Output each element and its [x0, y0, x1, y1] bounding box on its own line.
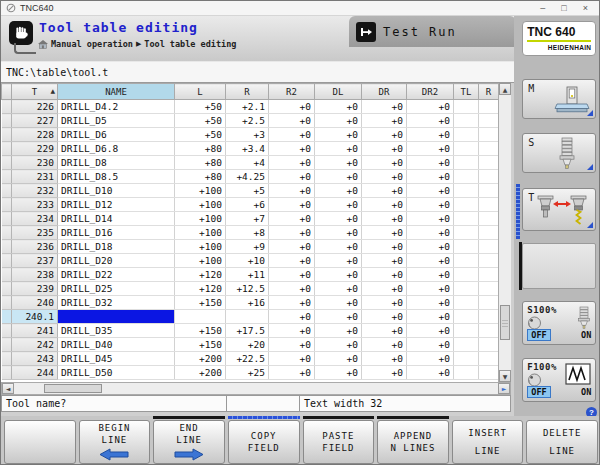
cell-dr[interactable]: +0	[362, 142, 407, 156]
column-header-t[interactable]: T▲	[12, 84, 58, 100]
cell-r[interactable]: +25	[226, 366, 269, 380]
cell-r[interactable]: +9	[226, 240, 269, 254]
cell-r2[interactable]: +0	[269, 170, 315, 184]
cell-l[interactable]: +50	[175, 114, 226, 128]
cell-t[interactable]: 230	[12, 156, 58, 170]
cell-dr[interactable]: +0	[362, 352, 407, 366]
cell-name[interactable]: DRILL_D8.5	[58, 170, 175, 184]
cell-r[interactable]: +12.5	[226, 282, 269, 296]
cell-r2[interactable]: +0	[269, 282, 315, 296]
cell-r-partial[interactable]	[479, 198, 499, 212]
cell-tl[interactable]	[454, 184, 479, 198]
cell-dr2[interactable]: +0	[407, 100, 454, 114]
cell-r2[interactable]: +0	[269, 184, 315, 198]
maximize-button[interactable]: □	[561, 3, 566, 13]
cell-r2[interactable]: +0	[269, 366, 315, 380]
cell-dr2[interactable]: +0	[407, 254, 454, 268]
cell-dr2[interactable]: +0	[407, 170, 454, 184]
cell-dr[interactable]: +0	[362, 296, 407, 310]
scroll-left-icon[interactable]: ◄	[2, 383, 14, 394]
cell-dl[interactable]: +0	[315, 156, 362, 170]
cell-dl[interactable]: +0	[315, 184, 362, 198]
cell-r2[interactable]: +0	[269, 100, 315, 114]
cell-t[interactable]: 235	[12, 226, 58, 240]
cell-r-partial[interactable]	[479, 338, 499, 352]
cell-name[interactable]: DRILL_D8	[58, 156, 175, 170]
cell-r-partial[interactable]	[479, 366, 499, 380]
cell-dl[interactable]: +0	[315, 170, 362, 184]
cell-r[interactable]: +17.5	[226, 324, 269, 338]
cell-dr2[interactable]: +0	[407, 198, 454, 212]
cell-r-partial[interactable]	[479, 240, 499, 254]
cell-r[interactable]: +10	[226, 254, 269, 268]
cell-t[interactable]: 236	[12, 240, 58, 254]
cell-l[interactable]: +100	[175, 212, 226, 226]
feed-override-off-toggle[interactable]: OFF	[527, 386, 550, 398]
cell-r-partial[interactable]	[479, 184, 499, 198]
cell-dl[interactable]: +0	[315, 254, 362, 268]
cell-tl[interactable]	[454, 226, 479, 240]
cell-t[interactable]: 238	[12, 268, 58, 282]
cell-r[interactable]: +8	[226, 226, 269, 240]
column-header-name[interactable]: NAME	[58, 84, 175, 100]
cell-dr2[interactable]: +0	[407, 184, 454, 198]
cell-dl[interactable]: +0	[315, 282, 362, 296]
cell-dr[interactable]: +0	[362, 226, 407, 240]
cell-t[interactable]: 234	[12, 212, 58, 226]
cell-tl[interactable]	[454, 142, 479, 156]
cell-t[interactable]: 244	[12, 366, 58, 380]
feed-override-on-toggle[interactable]: ON	[581, 387, 591, 397]
cell-name[interactable]: DRILL_D50	[58, 366, 175, 380]
cell-dl[interactable]: +0	[315, 296, 362, 310]
cell-tl[interactable]	[454, 156, 479, 170]
cell-dl[interactable]: +0	[315, 310, 362, 324]
cell-dr2[interactable]: +0	[407, 226, 454, 240]
cell-name[interactable]	[58, 310, 175, 324]
cell-name[interactable]: DRILL_D16	[58, 226, 175, 240]
cell-r-partial[interactable]	[479, 226, 499, 240]
cell-dl[interactable]: +0	[315, 100, 362, 114]
cell-tl[interactable]	[454, 128, 479, 142]
column-header-r[interactable]: R	[226, 84, 269, 100]
cell-r2[interactable]: +0	[269, 240, 315, 254]
cell-r2[interactable]: +0	[269, 156, 315, 170]
cell-r-partial[interactable]	[479, 170, 499, 184]
cell-r[interactable]: +16	[226, 296, 269, 310]
cell-tl[interactable]	[454, 212, 479, 226]
cell-r-partial[interactable]	[479, 282, 499, 296]
cell-dl[interactable]: +0	[315, 212, 362, 226]
cell-r[interactable]: +5	[226, 184, 269, 198]
cell-dr2[interactable]: +0	[407, 114, 454, 128]
cell-tl[interactable]	[454, 170, 479, 184]
cell-l[interactable]: +80	[175, 170, 226, 184]
cell-dr2[interactable]: +0	[407, 296, 454, 310]
cell-dr[interactable]: +0	[362, 184, 407, 198]
softkey-blank[interactable]	[4, 420, 76, 464]
cell-r-partial[interactable]	[479, 212, 499, 226]
column-header-r-partial[interactable]: R	[479, 84, 499, 100]
cell-r2[interactable]: +0	[269, 324, 315, 338]
cell-name[interactable]: DRILL_D20	[58, 254, 175, 268]
cell-name[interactable]: DRILL_D10	[58, 184, 175, 198]
cell-dr[interactable]: +0	[362, 366, 407, 380]
cell-name[interactable]: DRILL_D6	[58, 128, 175, 142]
cell-r-partial[interactable]	[479, 114, 499, 128]
cell-t[interactable]: 242	[12, 338, 58, 352]
cell-name[interactable]: DRILL_D14	[58, 212, 175, 226]
cell-l[interactable]: +100	[175, 198, 226, 212]
cell-l[interactable]: +150	[175, 338, 226, 352]
cell-r[interactable]: +4.25	[226, 170, 269, 184]
cell-r[interactable]: +3.4	[226, 142, 269, 156]
cell-dr2[interactable]: +0	[407, 212, 454, 226]
cell-l[interactable]: +100	[175, 240, 226, 254]
cell-dr[interactable]: +0	[362, 310, 407, 324]
cell-dl[interactable]: +0	[315, 324, 362, 338]
cell-r-partial[interactable]	[479, 142, 499, 156]
cell-dr[interactable]: +0	[362, 128, 407, 142]
column-header-r2[interactable]: R2	[269, 84, 315, 100]
cell-t[interactable]: 231	[12, 170, 58, 184]
cell-dr2[interactable]: +0	[407, 282, 454, 296]
cell-dl[interactable]: +0	[315, 226, 362, 240]
scroll-up-icon[interactable]: ▲	[499, 83, 511, 95]
cell-r2[interactable]: +0	[269, 296, 315, 310]
